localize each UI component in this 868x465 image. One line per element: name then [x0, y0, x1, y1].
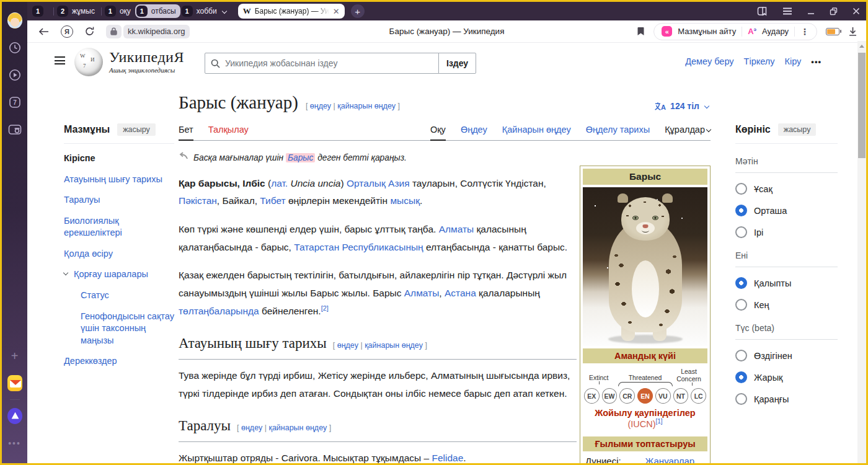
secure-lock-icon[interactable]	[106, 25, 122, 38]
tab-tools[interactable]: Құралдар	[665, 125, 711, 140]
edit-source-link[interactable]: қайнарын өңдеу	[365, 341, 423, 350]
profile-avatar[interactable]	[7, 13, 22, 28]
edit-link[interactable]: өңдеу	[241, 423, 262, 432]
option-color-light[interactable]: Жарық	[735, 371, 838, 383]
article-link[interactable]: төлтаңбаларында	[179, 306, 259, 316]
option-color-auto[interactable]: Өздігінен	[735, 350, 838, 361]
tab-group-family[interactable]: 1отбасы	[135, 4, 180, 18]
battery-icon[interactable]	[826, 28, 839, 35]
edit-link[interactable]: өңдеу	[337, 341, 358, 350]
donate-link[interactable]: Демеу беру	[685, 56, 733, 66]
toc-item-references[interactable]: Дереккөздер	[64, 355, 174, 368]
wiki-wordmark[interactable]: УикипедиЯ Ашық энциклопедиясы	[109, 49, 184, 74]
option-large[interactable]: Ірі	[735, 226, 838, 238]
tab-talk[interactable]: Талқылау	[208, 125, 249, 140]
tab-page[interactable]: Бет	[179, 125, 193, 140]
search-button[interactable]: Іздеу	[438, 53, 476, 74]
tab-counter-icon[interactable]: 7	[7, 95, 22, 110]
edit-source-link[interactable]: қайнарын өңдеу	[268, 423, 327, 432]
browser-menu-icon[interactable]	[782, 7, 792, 15]
kingdom-link[interactable]: Жануарлар	[645, 456, 695, 463]
snow-leopard-photo[interactable]	[583, 187, 707, 346]
scrollbar-thumb[interactable]	[858, 53, 866, 158]
article-link[interactable]: Орталық Азия	[347, 178, 410, 188]
tab-group-pinned[interactable]: 1	[31, 4, 51, 18]
tab-group-work[interactable]: 2жұмыс	[56, 4, 99, 18]
radio-icon-checked[interactable]	[735, 371, 747, 383]
new-tab-button[interactable]: +	[351, 4, 365, 18]
back-icon[interactable]	[38, 27, 50, 36]
toc-item-genofund[interactable]: Генофондысын сақтау үшін таксонның маңыз…	[81, 311, 174, 347]
active-tab[interactable]: W Барыс (жануар) — Уик ✕	[238, 4, 345, 19]
toc-hide-button[interactable]: жасыру	[117, 123, 156, 136]
header-more-icon[interactable]: •••	[811, 57, 822, 66]
appearance-hide-button[interactable]: жасыру	[778, 123, 817, 136]
wikipedia-logo[interactable]: WИ7	[74, 48, 103, 76]
toc-item-protection[interactable]: Қорғау шаралары	[74, 268, 174, 281]
article-link[interactable]: мысық	[390, 195, 419, 206]
scroll-up-arrow[interactable]	[859, 45, 864, 48]
chevron-down-icon[interactable]	[63, 270, 68, 275]
option-standard[interactable]: Орташа	[735, 205, 838, 216]
article-link[interactable]: Алматы	[404, 288, 440, 298]
article-link[interactable]: Барыс	[286, 153, 315, 162]
more-tools-icon[interactable]: ⋮	[800, 27, 809, 37]
bookmark-flag-icon[interactable]	[637, 27, 645, 36]
sidebar-more-icon[interactable]: •••	[7, 436, 22, 451]
page-scrollbar[interactable]	[857, 41, 866, 463]
search-input[interactable]	[225, 58, 433, 68]
close-icon[interactable]	[852, 7, 860, 15]
article-link[interactable]: Астана	[445, 288, 476, 298]
radio-icon-checked[interactable]	[735, 277, 747, 289]
add-panel-icon[interactable]: +	[7, 348, 22, 363]
radio-icon[interactable]	[735, 393, 747, 405]
article-link[interactable]: Тибет	[260, 195, 285, 206]
article-link[interactable]: Felidae	[432, 453, 463, 463]
screenshot-icon[interactable]	[7, 122, 22, 137]
yandex-search-icon[interactable]: Я	[61, 25, 73, 38]
translate-button[interactable]: Аудару	[762, 27, 789, 36]
article-link[interactable]: [2]	[321, 304, 329, 312]
toc-item-distribution[interactable]: Таралуы	[64, 194, 174, 206]
reload-icon[interactable]	[84, 26, 95, 37]
toc-item-biology[interactable]: Биологиялық ерекшеліктері	[64, 215, 174, 239]
play-icon[interactable]	[7, 68, 22, 82]
option-small[interactable]: Ұсақ	[735, 183, 838, 195]
close-tab-icon[interactable]: ✕	[333, 7, 340, 16]
tab-read[interactable]: Оқу	[430, 125, 446, 140]
radio-icon-checked[interactable]	[735, 205, 747, 216]
article-link[interactable]: Пәкістан	[179, 195, 217, 206]
toc-item-status[interactable]: Статус	[81, 290, 174, 302]
register-link[interactable]: Тіркелу	[744, 56, 775, 66]
article-link[interactable]: лат.	[271, 178, 288, 188]
option-width-standard[interactable]: Қалыпты	[735, 277, 838, 289]
minimize-icon[interactable]	[807, 7, 815, 15]
edit-source-link[interactable]: қайнарын өңдеу	[337, 102, 396, 110]
download-icon[interactable]	[848, 27, 857, 37]
read-aloud-button[interactable]: Мазмұнын айту	[678, 27, 736, 36]
article-link[interactable]: Алматы	[439, 224, 474, 234]
tab-group-hobby[interactable]: 1хобби	[180, 4, 231, 18]
tab-edit[interactable]: Өңдеу	[461, 125, 487, 140]
toc-item-etymology[interactable]: Атауының шығу тарихы	[64, 174, 174, 186]
mail-icon[interactable]	[7, 376, 22, 391]
radio-icon[interactable]	[735, 183, 747, 195]
url-field[interactable]: kk.wikipedia.org	[123, 25, 190, 38]
edit-link[interactable]: өңдеу	[310, 102, 331, 110]
history-icon[interactable]	[7, 40, 22, 55]
ref-link[interactable]: [1]	[655, 418, 662, 425]
radio-icon[interactable]	[735, 350, 747, 361]
toc-item-intro[interactable]: Кіріспе	[64, 153, 174, 165]
toc-item-captivity[interactable]: Қолда өсіру	[64, 248, 174, 260]
restore-icon[interactable]	[830, 7, 838, 16]
bookmarks-panel-icon[interactable]	[757, 6, 768, 16]
iucn-link[interactable]: (IUCN)	[627, 419, 655, 429]
article-link[interactable]: Татарстан Республикасының	[294, 242, 423, 252]
option-width-wide[interactable]: Кең	[735, 299, 838, 311]
tab-history[interactable]: Өңделу тарихы	[586, 125, 650, 140]
wiki-menu-icon[interactable]	[55, 56, 65, 64]
tab-group-study[interactable]: 1оқу	[104, 4, 135, 18]
language-selector[interactable]: A 124 тіл	[654, 101, 709, 111]
tab-edit-source[interactable]: Қайнарын өңдеу	[502, 125, 571, 140]
search-box[interactable]	[205, 53, 439, 74]
